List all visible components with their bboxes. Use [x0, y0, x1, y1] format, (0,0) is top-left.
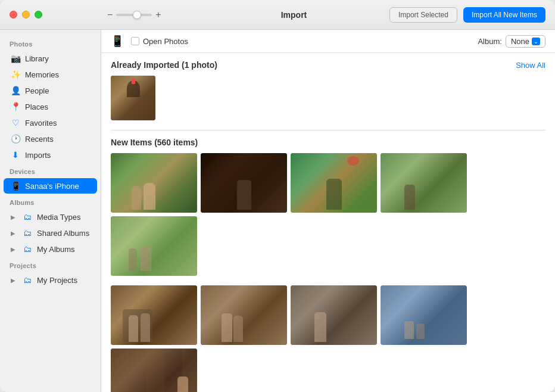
sidebar-item-label: Sanaa's iPhone [25, 182, 79, 191]
sidebar-item-label: Favorites [25, 119, 57, 127]
sidebar-item-label: Shared Albums [37, 229, 89, 238]
maximize-button[interactable] [35, 11, 42, 18]
album-value: None [511, 37, 529, 46]
open-photos-checkbox[interactable]: Open Photos [131, 37, 188, 46]
minimize-button[interactable] [22, 11, 30, 18]
photo-grid-area[interactable]: Already Imported (1 photo) Show All New … [101, 53, 555, 392]
imported-photo[interactable] [111, 76, 155, 120]
photo-thumb[interactable] [111, 349, 197, 392]
sidebar-item-label: My Albums [37, 245, 75, 254]
sidebar-item-label: Memories [25, 70, 59, 79]
dropdown-arrow-icon: ⌄ [532, 38, 540, 45]
zoom-plus-button[interactable]: + [155, 10, 161, 20]
already-imported-header: Already Imported (1 photo) Show All [111, 60, 545, 70]
sidebar-item-people[interactable]: 👤 People [4, 83, 97, 98]
sidebar-item-favorites[interactable]: ♡ Favorites [4, 115, 97, 130]
memories-icon: ✨ [11, 70, 20, 79]
new-items-title: New Items (560 items) [111, 138, 198, 147]
my-projects-icon: 🗂 [23, 275, 32, 285]
title-bar-actions: Import Selected Import All New Items [389, 7, 545, 23]
imports-icon: ⬇ [11, 150, 20, 160]
app-window: − + Import Import Selected Import All Ne… [0, 0, 555, 392]
already-imported-grid [111, 76, 545, 120]
import-selected-button[interactable]: Import Selected [389, 7, 457, 23]
sidebar-item-label: Recents [25, 135, 54, 144]
main-layout: Photos 📷 Library ✨ Memories 👤 People 📍 P… [0, 30, 555, 392]
expand-icon: ▶ [11, 246, 15, 253]
photo-thumb[interactable] [291, 285, 377, 345]
sidebar: Photos 📷 Library ✨ Memories 👤 People 📍 P… [0, 30, 101, 392]
zoom-thumb[interactable] [133, 11, 141, 19]
expand-icon: ▶ [11, 277, 15, 284]
photo-thumb[interactable] [381, 285, 467, 345]
photo-thumb[interactable] [381, 153, 467, 213]
sidebar-item-iphone[interactable]: 📱 Sanaa's iPhone [4, 178, 97, 194]
zoom-slider[interactable] [116, 14, 152, 16]
album-dropdown[interactable]: None ⌄ [506, 35, 545, 48]
photo-thumb[interactable] [111, 216, 197, 276]
photo-thumb[interactable] [201, 285, 287, 345]
recents-icon: 🕐 [11, 134, 20, 144]
sidebar-item-imports[interactable]: ⬇ Imports [4, 147, 97, 163]
sidebar-item-media-types[interactable]: ▶ 🗂 Media Types [4, 209, 97, 225]
shared-albums-icon: 🗂 [23, 228, 32, 238]
sidebar-projects-label: Projects [0, 257, 101, 272]
sidebar-albums-label: Albums [0, 194, 101, 209]
sidebar-item-label: My Projects [37, 276, 77, 285]
places-icon: 📍 [11, 102, 20, 111]
sidebar-item-my-projects[interactable]: ▶ 🗂 My Projects [4, 272, 97, 288]
expand-icon: ▶ [11, 230, 15, 237]
new-items-row-2 [111, 285, 545, 392]
library-icon: 📷 [11, 54, 20, 63]
new-items-header: New Items (560 items) [111, 138, 545, 147]
open-photos-label: Open Photos [143, 37, 188, 46]
sidebar-item-label: Imports [25, 151, 51, 160]
title-bar: − + Import Import Selected Import All Ne… [0, 0, 555, 30]
iphone-icon: 📱 [11, 181, 20, 191]
sidebar-item-memories[interactable]: ✨ Memories [4, 67, 97, 82]
traffic-lights [10, 11, 42, 18]
album-selector: Album: None ⌄ [478, 35, 545, 48]
sidebar-item-recents[interactable]: 🕐 Recents [4, 131, 97, 147]
content-area: 📱 Open Photos Album: None ⌄ Already [101, 30, 555, 392]
sidebar-item-label: People [25, 86, 49, 95]
section-divider [111, 130, 545, 130]
favorites-icon: ♡ [11, 118, 20, 127]
my-albums-icon: 🗂 [23, 244, 32, 254]
sidebar-item-shared-albums[interactable]: ▶ 🗂 Shared Albums [4, 225, 97, 241]
media-types-icon: 🗂 [23, 212, 32, 222]
import-all-button[interactable]: Import All New Items [463, 7, 545, 23]
photo-thumb[interactable] [111, 153, 197, 213]
sidebar-devices-label: Devices [0, 163, 101, 178]
album-label: Album: [478, 37, 501, 46]
device-small-icon: 📱 [111, 35, 124, 48]
sidebar-item-places[interactable]: 📍 Places [4, 99, 97, 114]
already-imported-title: Already Imported (1 photo) [111, 60, 217, 70]
sidebar-item-label: Library [25, 54, 49, 63]
content-toolbar: 📱 Open Photos Album: None ⌄ [101, 30, 555, 53]
new-items-row-1 [111, 153, 545, 276]
sidebar-photos-label: Photos [0, 36, 101, 50]
people-icon: 👤 [11, 86, 20, 95]
checkbox[interactable] [131, 37, 139, 45]
show-all-link[interactable]: Show All [516, 61, 545, 70]
sidebar-item-my-albums[interactable]: ▶ 🗂 My Albums [4, 241, 97, 257]
photo-thumb[interactable] [201, 153, 287, 213]
window-title: Import [281, 10, 307, 20]
expand-icon: ▶ [11, 214, 15, 220]
photo-thumb[interactable] [111, 285, 197, 345]
photo-thumb[interactable] [291, 153, 377, 213]
close-button[interactable] [10, 11, 17, 18]
sidebar-item-label: Places [25, 102, 48, 111]
sidebar-item-library[interactable]: 📷 Library [4, 51, 97, 66]
zoom-control: − + [107, 10, 161, 20]
zoom-minus-button[interactable]: − [107, 10, 113, 20]
sidebar-item-label: Media Types [37, 213, 80, 222]
